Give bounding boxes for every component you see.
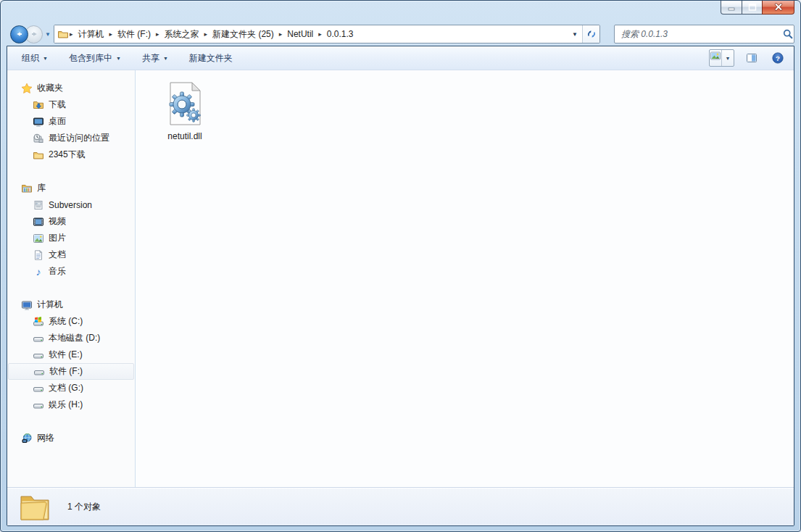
- breadcrumb-item[interactable]: 0.0.1.3: [323, 29, 358, 39]
- chevron-down-icon: ▼: [163, 56, 168, 61]
- chevron-down-icon: ▼: [116, 56, 121, 61]
- title-bar[interactable]: [1, 1, 800, 22]
- client-area: 组织▼包含到库中▼共享▼新建文件夹 ▼ ?: [7, 46, 794, 526]
- toolbar-button-label: 包含到库中: [69, 52, 112, 65]
- sidebar-item-label: 视频: [49, 215, 66, 228]
- file-name: netutil.dll: [167, 131, 202, 141]
- minimize-button[interactable]: [721, 1, 742, 14]
- views-icon: [710, 50, 721, 62]
- close-icon: [773, 1, 784, 13]
- preview-pane-icon: [746, 52, 758, 64]
- toolbar-right: ▼ ?: [709, 49, 787, 67]
- folder-icon: [33, 149, 44, 161]
- close-button[interactable]: [762, 1, 794, 14]
- computer-icon: [21, 299, 33, 311]
- sidebar-section: 计算机系统 (C:)本地磁盘 (D:)软件 (E:)软件 (F:)文档 (G:)…: [7, 296, 135, 413]
- sidebar-item-label: 文档 (G:): [49, 382, 83, 394]
- sidebar-item[interactable]: 软件 (F:): [8, 363, 134, 380]
- help-icon: ?: [772, 52, 784, 64]
- breadcrumb-item[interactable]: 新建文件夹 (25): [208, 28, 278, 41]
- sidebar-item-label: Subversion: [49, 200, 92, 210]
- toolbar-button[interactable]: 共享▼: [135, 49, 175, 68]
- sidebar-section-header[interactable]: 库: [7, 180, 135, 196]
- history-dropdown-icon[interactable]: ▼: [45, 31, 51, 38]
- libraries-icon: [21, 183, 33, 194]
- sidebar-item[interactable]: 文档: [7, 246, 135, 263]
- maximize-button[interactable]: [742, 1, 763, 14]
- views-dropdown-icon[interactable]: ▼: [721, 50, 734, 66]
- sidebar-item[interactable]: 图片: [7, 230, 135, 246]
- sidebar-section-label: 收藏夹: [37, 82, 63, 94]
- sidebar-item-label: 音乐: [49, 265, 66, 278]
- sidebar-item-label: 软件 (F:): [49, 365, 83, 378]
- file-grid[interactable]: netutil.dll: [136, 70, 794, 487]
- pictures-icon: [33, 233, 44, 244]
- forward-arrow-icon: [28, 28, 40, 40]
- address-dropdown-icon[interactable]: ▼: [568, 25, 582, 43]
- file-item[interactable]: netutil.dll: [152, 80, 218, 141]
- drive-icon: [33, 383, 44, 394]
- system-drive-icon: [33, 316, 44, 328]
- sidebar-section: 收藏夹下载桌面最近访问的位置2345下载: [7, 80, 135, 163]
- sidebar: 收藏夹下载桌面最近访问的位置2345下载库Subversion视频图片文档♪音乐…: [7, 70, 136, 487]
- sidebar-item[interactable]: 本地磁盘 (D:): [7, 330, 135, 346]
- command-toolbar: 组织▼包含到库中▼共享▼新建文件夹 ▼ ?: [7, 46, 794, 70]
- breadcrumb-item[interactable]: NetUtil: [283, 29, 318, 39]
- search-icon: [782, 28, 794, 40]
- sidebar-item-label: 本地磁盘 (D:): [49, 332, 100, 344]
- sidebar-section-label: 网络: [37, 432, 54, 444]
- folder-icon: [57, 28, 69, 40]
- breadcrumb-item[interactable]: 计算机: [73, 28, 108, 41]
- sidebar-section-header[interactable]: 计算机: [7, 296, 135, 313]
- downloads-icon: [33, 99, 44, 111]
- preview-pane-button[interactable]: [743, 50, 760, 66]
- search-box: [614, 25, 794, 43]
- drive-icon: [33, 366, 45, 378]
- breadcrumb-item[interactable]: 软件 (F:): [113, 28, 155, 41]
- back-arrow-icon: [14, 28, 25, 40]
- sidebar-item[interactable]: 下载: [7, 96, 135, 113]
- sidebar-item[interactable]: 最近访问的位置: [7, 130, 135, 146]
- chevron-down-icon: ▼: [43, 56, 48, 61]
- help-button[interactable]: ?: [769, 50, 787, 66]
- documents-icon: [33, 249, 44, 261]
- toolbar-button-label: 组织: [22, 52, 39, 65]
- sidebar-item[interactable]: 系统 (C:): [7, 313, 135, 330]
- window-controls: [721, 1, 794, 14]
- maximize-icon: [747, 1, 758, 13]
- sidebar-item[interactable]: 文档 (G:): [7, 380, 135, 396]
- sidebar-item[interactable]: Subversion: [7, 196, 135, 213]
- sidebar-item[interactable]: 软件 (E:): [7, 346, 135, 363]
- content-area: 收藏夹下载桌面最近访问的位置2345下载库Subversion视频图片文档♪音乐…: [7, 70, 794, 487]
- recent-places-icon: [33, 133, 44, 144]
- sidebar-item[interactable]: 娱乐 (H:): [7, 396, 135, 413]
- network-icon: [21, 433, 33, 444]
- sidebar-item[interactable]: 2345下载: [7, 146, 135, 163]
- search-input[interactable]: [615, 29, 782, 39]
- toolbar-button[interactable]: 包含到库中▼: [62, 49, 128, 68]
- toolbar-button-label: 新建文件夹: [189, 52, 233, 65]
- videos-icon: [33, 216, 44, 228]
- sidebar-section-header[interactable]: 收藏夹: [7, 80, 135, 96]
- music-icon: ♪: [33, 266, 44, 278]
- breadcrumb-item[interactable]: 系统之家: [160, 28, 204, 41]
- sidebar-item-label: 文档: [49, 249, 66, 261]
- sidebar-item-label: 图片: [49, 232, 66, 244]
- toolbar-button[interactable]: 新建文件夹: [182, 49, 240, 68]
- sidebar-item[interactable]: ♪音乐: [7, 263, 135, 280]
- big-folder-icon: [18, 491, 53, 523]
- change-view-button[interactable]: ▼: [709, 49, 734, 67]
- refresh-button[interactable]: [582, 25, 599, 43]
- sidebar-item[interactable]: 视频: [7, 213, 135, 230]
- toolbar-button[interactable]: 组织▼: [14, 49, 55, 68]
- favorites-star-icon: [21, 83, 33, 94]
- sidebar-item[interactable]: 桌面: [7, 113, 135, 130]
- library-icon: [33, 199, 44, 211]
- drive-icon: [33, 333, 44, 344]
- breadcrumb: ▸计算机▸软件 (F:)▸系统之家▸新建文件夹 (25)▸NetUtil▸0.0…: [54, 25, 568, 43]
- toolbar-left: 组织▼包含到库中▼共享▼新建文件夹: [14, 49, 246, 68]
- sidebar-section-header[interactable]: 网络: [7, 430, 135, 446]
- back-button[interactable]: [10, 25, 28, 43]
- address-bar[interactable]: ▸计算机▸软件 (F:)▸系统之家▸新建文件夹 (25)▸NetUtil▸0.0…: [54, 25, 600, 43]
- sidebar-item-label: 娱乐 (H:): [49, 399, 83, 411]
